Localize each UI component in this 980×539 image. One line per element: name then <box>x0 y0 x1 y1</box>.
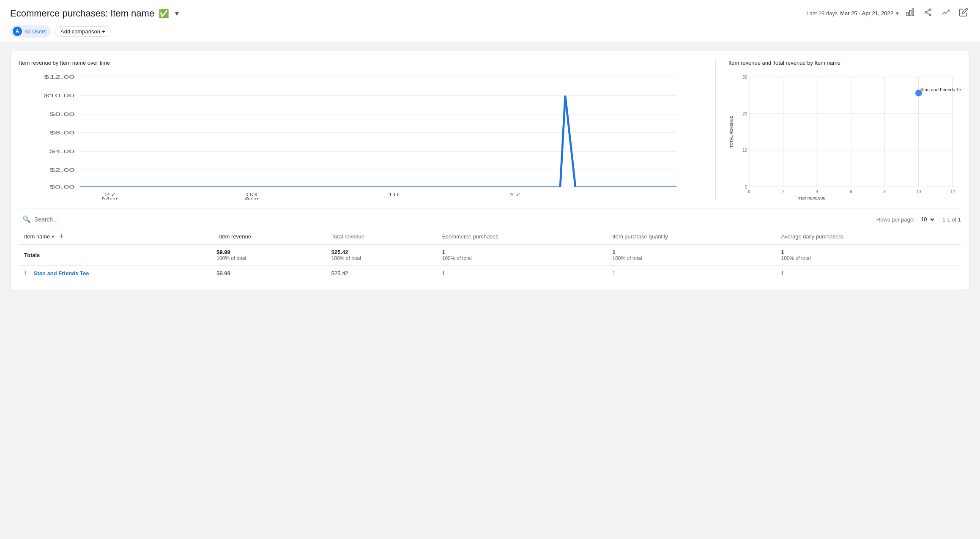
title-chevron-button[interactable]: ▾ <box>173 8 181 19</box>
svg-text:10: 10 <box>388 192 399 197</box>
main-content: Item revenue by Item name over time <box>0 42 980 298</box>
add-column-button[interactable]: + <box>57 232 66 241</box>
col-total-revenue[interactable]: Total revenue <box>326 229 437 245</box>
main-card: Item revenue by Item name over time <box>10 51 970 290</box>
pagination-info: 1-1 of 1 <box>942 216 961 223</box>
svg-text:0: 0 <box>748 189 750 194</box>
svg-text:4: 4 <box>816 189 818 194</box>
row-item-name[interactable]: Stan and Friends Tee <box>34 270 89 276</box>
row-ecommerce-purchases: 1 <box>437 266 608 281</box>
all-users-label: All Users <box>25 28 47 35</box>
pagination-controls: Rows per page: 10 25 50 1-1 of 1 <box>876 215 961 224</box>
col-avg-daily-purchasers[interactable]: Average daily purchasers <box>776 229 961 245</box>
scatter-chart-svg: 30 20 10 0 0 <box>728 73 961 200</box>
svg-text:Apr: Apr <box>244 197 260 200</box>
item-name-label: Item name <box>24 233 50 240</box>
line-chart-container: $12.00 $10.00 $8.00 $6.00 $4.00 $2.00 $0… <box>19 73 707 200</box>
svg-text:ITEM REVENUE: ITEM REVENUE <box>797 196 825 200</box>
svg-text:17: 17 <box>509 192 520 197</box>
header-right: Last 28 days Mar 25 - Apr 21, 2022 ▾ <box>807 6 970 21</box>
date-label: Last 28 days <box>807 10 838 16</box>
totals-item-purchase-quantity: 1 100% of total <box>607 245 776 266</box>
totals-ecommerce-purchases: 1 100% of total <box>437 245 608 266</box>
col-ecommerce-purchases[interactable]: Ecommerce purchases <box>437 229 608 245</box>
row-avg-daily-purchasers: 1 <box>776 266 961 281</box>
row-item-purchase-quantity: 1 <box>607 266 776 281</box>
table-controls: 🔍 Rows per page: 10 25 50 1-1 of 1 <box>19 208 961 229</box>
add-comparison-label: Add comparison <box>60 28 100 35</box>
svg-point-5 <box>930 14 931 16</box>
item-name-filter-btn[interactable]: Item name ▾ <box>24 233 54 240</box>
bar-chart-icon-button[interactable] <box>904 6 917 21</box>
col-item-revenue[interactable]: ↓Item revenue <box>211 229 326 245</box>
svg-text:$0.00: $0.00 <box>49 185 75 189</box>
totals-label: Totals <box>19 245 211 266</box>
svg-line-7 <box>926 13 929 14</box>
line-chart-svg: $12.00 $10.00 $8.00 $6.00 $4.00 $2.00 $0… <box>19 73 707 200</box>
rows-per-page-label: Rows per page: <box>876 216 915 223</box>
totals-avg-daily-purchasers: 1 100% of total <box>776 245 961 266</box>
edit-icon-button[interactable] <box>957 6 970 21</box>
svg-text:12: 12 <box>950 189 955 194</box>
svg-text:10: 10 <box>916 189 921 194</box>
user-avatar: A <box>13 27 22 36</box>
svg-rect-1 <box>909 10 911 16</box>
insights-icon-button[interactable] <box>939 6 952 21</box>
row-total-revenue: $25.42 <box>326 266 437 281</box>
title-row: Ecommerce purchases: Item name ✅ ▾ <box>10 8 181 19</box>
filter-row: A All Users Add comparison + <box>10 25 970 42</box>
svg-text:Mar: Mar <box>101 197 119 200</box>
header-top: Ecommerce purchases: Item name ✅ ▾ Last … <box>10 6 970 21</box>
rows-per-page-select[interactable]: 10 25 50 <box>917 215 936 224</box>
svg-rect-0 <box>907 12 909 16</box>
svg-text:$2.00: $2.00 <box>49 168 75 172</box>
search-input[interactable] <box>34 216 109 223</box>
scatter-chart-panel: Item revenue and Total revenue by Item n… <box>716 60 961 200</box>
col-item-purchase-quantity[interactable]: Item purchase quantity <box>607 229 776 245</box>
share-icon-button[interactable] <box>922 6 934 21</box>
sort-icon: ↓ <box>216 234 219 240</box>
totals-row: Totals $9.99 100% of total $25.42 100% o… <box>19 245 961 266</box>
svg-text:6: 6 <box>850 189 852 194</box>
totals-total-revenue: $25.42 100% of total <box>326 245 437 266</box>
rows-per-page: Rows per page: 10 25 50 <box>876 215 936 224</box>
svg-text:8: 8 <box>884 189 886 194</box>
add-comparison-icon: + <box>102 28 105 35</box>
row-rank-and-name: 1 Stan and Friends Tee <box>19 266 211 281</box>
svg-text:Stan and Friends Tee: Stan and Friends Tee <box>920 87 961 92</box>
svg-line-6 <box>926 10 929 12</box>
svg-point-3 <box>930 9 931 11</box>
svg-rect-2 <box>912 9 914 16</box>
date-range-value[interactable]: Mar 25 - Apr 21, 2022 <box>840 10 893 16</box>
table-row: 1 Stan and Friends Tee $9.99 $25.42 1 1 … <box>19 266 961 281</box>
row-item-revenue: $9.99 <box>211 266 326 281</box>
svg-text:$6.00: $6.00 <box>49 131 75 135</box>
scatter-chart-container: 30 20 10 0 0 <box>728 73 961 200</box>
svg-text:10: 10 <box>742 148 747 153</box>
svg-text:$10.00: $10.00 <box>44 93 74 98</box>
add-comparison-button[interactable]: Add comparison + <box>55 26 111 37</box>
svg-text:$12.00: $12.00 <box>44 75 74 79</box>
page-header: Ecommerce purchases: Item name ✅ ▾ Last … <box>0 0 980 42</box>
svg-text:30: 30 <box>742 75 747 79</box>
row-rank: 1 <box>24 270 27 276</box>
page-title: Ecommerce purchases: Item name <box>10 8 154 19</box>
search-icon: 🔍 <box>22 215 31 223</box>
search-box[interactable]: 🔍 <box>19 213 112 225</box>
svg-point-4 <box>925 11 927 13</box>
col-filter-icon: ▾ <box>52 234 54 240</box>
svg-text:TOTAL REVENUE: TOTAL REVENUE <box>729 116 734 148</box>
svg-text:0: 0 <box>745 185 747 189</box>
date-range: Last 28 days Mar 25 - Apr 21, 2022 ▾ <box>807 10 899 16</box>
svg-text:2: 2 <box>782 189 785 194</box>
totals-item-revenue: $9.99 100% of total <box>211 245 326 266</box>
all-users-badge[interactable]: A All Users <box>10 25 51 38</box>
col-item-name: Item name ▾ + <box>19 229 211 245</box>
scatter-chart-title: Item revenue and Total revenue by Item n… <box>728 60 961 66</box>
svg-text:$8.00: $8.00 <box>49 112 75 117</box>
date-chevron-icon: ▾ <box>896 10 899 16</box>
line-chart-title: Item revenue by Item name over time <box>19 60 707 66</box>
data-table: Item name ▾ + ↓Item revenue Total revenu… <box>19 229 961 281</box>
line-chart-panel: Item revenue by Item name over time <box>19 60 716 200</box>
table-header-row: Item name ▾ + ↓Item revenue Total revenu… <box>19 229 961 245</box>
